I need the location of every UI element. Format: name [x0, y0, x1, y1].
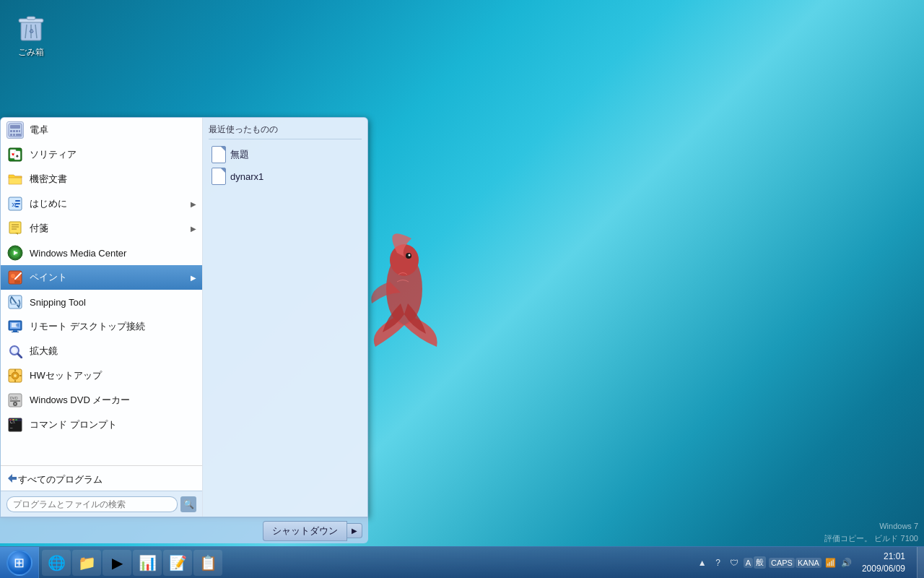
recycle-bin-label: ごみ箱	[18, 46, 44, 59]
svg-point-66	[14, 403, 16, 405]
watermark-line2: 評価コピー。 ビルド 7100	[824, 532, 918, 545]
hajimeni-arrow: ▶	[191, 200, 196, 208]
tray-expand[interactable]: ▲	[696, 556, 709, 569]
watermark-line1: Windows 7	[824, 520, 918, 532]
taskbar-media[interactable]: ▶	[103, 550, 131, 576]
volume-icon[interactable]: 🔊	[840, 556, 853, 569]
taskbar-word[interactable]: 📝	[163, 550, 192, 576]
start-orb: ⊞	[6, 550, 32, 576]
svg-rect-64	[10, 400, 20, 402]
menu-item-paint[interactable]: ペイント ▶	[1, 265, 202, 290]
tray-shield-icon[interactable]: 🛡	[728, 556, 741, 569]
svg-rect-44	[11, 303, 19, 305]
clock-time: 21:01	[862, 551, 905, 563]
caps-label[interactable]: CAPS	[769, 558, 795, 568]
taskbar-explorer[interactable]: 📁	[72, 550, 101, 576]
solitaire-icon: ♥ ♠	[6, 146, 24, 163]
fuse-arrow: ▶	[191, 225, 196, 233]
menu-item-rdp[interactable]: リモート デスクトップ接続	[1, 314, 202, 339]
recent-item-meidai-label: 無題	[230, 148, 249, 161]
recycle-bin-icon[interactable]: ♻ ごみ箱	[11, 7, 51, 61]
misc-icon: 📋	[199, 554, 217, 571]
fuse-icon	[6, 220, 24, 237]
ime-a-label[interactable]: A	[744, 558, 753, 568]
svg-rect-16	[19, 130, 20, 132]
windows7-watermark: Windows 7 評価コピー。 ビルド 7100	[824, 520, 918, 544]
recent-item-dynarx1-label: dynarx1	[230, 171, 263, 182]
menu-item-magnifier[interactable]: 拡大鏡	[1, 339, 202, 363]
fuse-label: 付箋	[30, 222, 191, 235]
hajimeni-label: はじめに	[30, 197, 191, 210]
svg-marker-74	[8, 474, 17, 483]
svg-rect-71	[9, 419, 12, 420]
paint-label: ペイント	[30, 271, 191, 284]
svg-rect-28	[15, 203, 20, 204]
menu-item-hw[interactable]: HWセットアップ	[1, 363, 202, 388]
svg-rect-50	[16, 324, 19, 327]
taskbar-excel[interactable]: 📊	[133, 550, 162, 576]
calc-icon	[6, 121, 24, 139]
menu-item-folder[interactable]: 機密文書	[1, 167, 202, 191]
start-button[interactable]: ⊞	[0, 547, 39, 579]
magnifier-label: 拡大鏡	[30, 345, 196, 358]
svg-text:_: _	[9, 424, 13, 428]
recent-item-dynarx1[interactable]: dynarx1	[209, 165, 362, 187]
search-button[interactable]: 🔍	[180, 496, 196, 512]
menu-item-wmc[interactable]: Windows Media Center	[1, 241, 202, 265]
menu-item-cmd[interactable]: C:\ _ コマンド プロンプト	[1, 413, 202, 437]
svg-rect-61	[19, 375, 22, 376]
svg-point-10	[409, 254, 411, 256]
menu-item-calc[interactable]: 電卓	[1, 118, 202, 142]
recent-header: 最近使ったものの	[209, 124, 362, 139]
menu-separator	[1, 465, 202, 466]
solitaire-label: ソリティア	[30, 148, 196, 161]
menu-item-fuse[interactable]: 付箋 ▶	[1, 216, 202, 241]
dvd-label: Windows DVD メーカー	[30, 394, 196, 407]
svg-rect-14	[13, 130, 15, 132]
all-programs-item[interactable]: すべてのプログラム	[1, 468, 202, 491]
svg-rect-59	[14, 380, 16, 382]
dvd-icon: DVD	[6, 392, 24, 409]
menu-item-hajimeni[interactable]: » はじめに ▶	[1, 191, 202, 216]
start-menu-panel: 電卓 ♥ ♠ ソリティア	[0, 117, 368, 517]
snipping-icon	[6, 293, 24, 311]
media-icon: ▶	[112, 554, 123, 571]
network-icon[interactable]: 📶	[824, 556, 837, 569]
svg-rect-60	[9, 375, 11, 376]
recent-item-meidai[interactable]: 無題	[209, 144, 362, 165]
svg-text:♥: ♥	[12, 152, 14, 157]
search-input[interactable]	[6, 496, 178, 512]
calc-label: 電卓	[30, 124, 196, 137]
excel-icon: 📊	[139, 554, 157, 571]
svg-rect-12	[10, 125, 20, 129]
svg-point-8	[390, 244, 419, 276]
hajimeni-icon: »	[6, 195, 24, 212]
shutdown-button[interactable]: シャットダウン	[263, 521, 347, 541]
menu-item-dvd[interactable]: DVD Windows DVD メーカー	[1, 388, 202, 413]
taskbar-ie[interactable]: 🌐	[42, 550, 71, 576]
hw-icon	[6, 367, 24, 384]
svg-line-52	[18, 354, 22, 358]
tray-help-icon[interactable]: ?	[712, 556, 725, 569]
start-menu-right: 最近使ったものの 無題 dynarx1	[203, 118, 367, 517]
taskbar-misc[interactable]: 📋	[193, 550, 222, 576]
svg-rect-27	[15, 200, 20, 202]
explorer-icon: 📁	[78, 554, 96, 571]
wmc-label: Windows Media Center	[30, 248, 196, 259]
rdp-label: リモート デスクトップ接続	[30, 320, 196, 333]
paint-icon	[6, 269, 24, 286]
show-desktop-button[interactable]	[917, 547, 924, 579]
kana-label[interactable]: KANA	[796, 558, 821, 568]
cmd-icon: C:\ _	[6, 416, 24, 434]
ime-ban-label[interactable]: 般	[754, 556, 766, 569]
menu-item-solitaire[interactable]: ♥ ♠ ソリティア	[1, 142, 202, 167]
svg-rect-17	[10, 134, 12, 136]
shutdown-bar: シャットダウン ▶	[0, 517, 368, 543]
all-programs-label: すべてのプログラム	[18, 473, 103, 486]
system-clock[interactable]: 21:01 2009/06/09	[856, 551, 911, 575]
menu-item-snipping[interactable]: Snipping Tool	[1, 290, 202, 314]
shutdown-arrow-button[interactable]: ▶	[347, 523, 362, 538]
system-tray: ▲ ? 🛡 A 般 CAPS KANA 📶 🔊 21:01 2009/06/09	[696, 551, 917, 575]
magnifier-icon	[6, 342, 24, 360]
start-menu: 電卓 ♥ ♠ ソリティア	[0, 117, 368, 543]
